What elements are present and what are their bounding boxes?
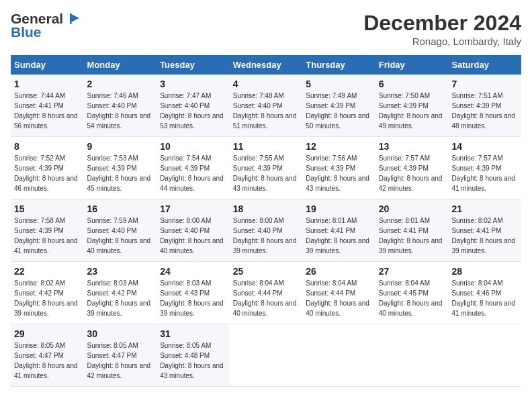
calendar-cell: 31 Sunrise: 8:05 AMSunset: 4:48 PMDaylig… bbox=[157, 324, 230, 387]
day-detail: Sunrise: 7:53 AMSunset: 4:39 PMDaylight:… bbox=[87, 154, 151, 192]
day-detail: Sunrise: 8:04 AMSunset: 4:44 PMDaylight:… bbox=[306, 279, 369, 317]
day-detail: Sunrise: 7:55 AMSunset: 4:39 PMDaylight:… bbox=[233, 154, 297, 192]
day-number: 4 bbox=[233, 79, 300, 89]
day-detail: Sunrise: 8:05 AMSunset: 4:48 PMDaylight:… bbox=[160, 342, 224, 379]
day-number: 25 bbox=[233, 266, 300, 277]
calendar-cell: 4 Sunrise: 7:48 AMSunset: 4:40 PMDayligh… bbox=[230, 75, 303, 137]
col-thursday: Thursday bbox=[302, 55, 375, 75]
day-detail: Sunrise: 8:04 AMSunset: 4:44 PMDaylight:… bbox=[233, 279, 297, 317]
day-number: 19 bbox=[306, 203, 372, 214]
calendar-cell: 22 Sunrise: 8:02 AMSunset: 4:42 PMDaylig… bbox=[11, 262, 84, 324]
day-detail: Sunrise: 7:56 AMSunset: 4:39 PMDaylight:… bbox=[306, 154, 369, 192]
day-number: 16 bbox=[87, 203, 154, 214]
svg-marker-0 bbox=[71, 14, 79, 22]
day-detail: Sunrise: 7:46 AMSunset: 4:40 PMDaylight:… bbox=[87, 92, 151, 130]
day-number: 10 bbox=[160, 141, 226, 152]
calendar-row: 29 Sunrise: 8:05 AMSunset: 4:47 PMDaylig… bbox=[11, 324, 521, 387]
calendar-cell: 23 Sunrise: 8:03 AMSunset: 4:42 PMDaylig… bbox=[84, 262, 157, 324]
calendar-cell: 8 Sunrise: 7:52 AMSunset: 4:39 PMDayligh… bbox=[11, 137, 84, 199]
day-number: 20 bbox=[379, 203, 445, 214]
month-title: December 2024 bbox=[363, 11, 521, 36]
calendar-cell: 26 Sunrise: 8:04 AMSunset: 4:44 PMDaylig… bbox=[302, 262, 375, 324]
calendar-cell: 21 Sunrise: 8:02 AMSunset: 4:41 PMDaylig… bbox=[448, 199, 521, 262]
calendar-cell: 3 Sunrise: 7:47 AMSunset: 4:40 PMDayligh… bbox=[157, 75, 230, 137]
col-monday: Monday bbox=[84, 55, 157, 75]
col-wednesday: Wednesday bbox=[230, 55, 303, 75]
calendar-cell bbox=[448, 324, 521, 387]
day-detail: Sunrise: 8:03 AMSunset: 4:43 PMDaylight:… bbox=[160, 279, 224, 317]
calendar-cell: 27 Sunrise: 8:04 AMSunset: 4:45 PMDaylig… bbox=[375, 262, 449, 324]
day-detail: Sunrise: 7:44 AMSunset: 4:41 PMDaylight:… bbox=[14, 92, 78, 130]
calendar-table: Sunday Monday Tuesday Wednesday Thursday… bbox=[11, 55, 521, 387]
day-detail: Sunrise: 8:01 AMSunset: 4:41 PMDaylight:… bbox=[379, 217, 443, 255]
day-detail: Sunrise: 7:50 AMSunset: 4:39 PMDaylight:… bbox=[379, 92, 443, 130]
calendar-cell: 30 Sunrise: 8:05 AMSunset: 4:47 PMDaylig… bbox=[84, 324, 157, 387]
day-detail: Sunrise: 8:00 AMSunset: 4:40 PMDaylight:… bbox=[233, 217, 297, 255]
day-detail: Sunrise: 7:48 AMSunset: 4:40 PMDaylight:… bbox=[233, 92, 297, 130]
calendar-cell: 24 Sunrise: 8:03 AMSunset: 4:43 PMDaylig… bbox=[157, 262, 230, 324]
calendar-cell: 25 Sunrise: 8:04 AMSunset: 4:44 PMDaylig… bbox=[230, 262, 303, 324]
calendar-cell: 6 Sunrise: 7:50 AMSunset: 4:39 PMDayligh… bbox=[375, 75, 449, 137]
day-number: 18 bbox=[233, 203, 300, 214]
day-detail: Sunrise: 8:00 AMSunset: 4:40 PMDaylight:… bbox=[160, 217, 224, 255]
calendar-row: 15 Sunrise: 7:58 AMSunset: 4:39 PMDaylig… bbox=[11, 199, 521, 262]
calendar-cell: 19 Sunrise: 8:01 AMSunset: 4:41 PMDaylig… bbox=[302, 199, 375, 262]
day-number: 21 bbox=[451, 203, 518, 214]
day-number: 31 bbox=[160, 328, 226, 339]
day-number: 11 bbox=[233, 141, 300, 152]
calendar-cell: 20 Sunrise: 8:01 AMSunset: 4:41 PMDaylig… bbox=[375, 199, 449, 262]
day-detail: Sunrise: 8:02 AMSunset: 4:41 PMDaylight:… bbox=[451, 217, 515, 255]
calendar-cell bbox=[375, 324, 449, 387]
day-detail: Sunrise: 7:57 AMSunset: 4:39 PMDaylight:… bbox=[451, 154, 515, 192]
title-block: December 2024 Ronago, Lombardy, Italy bbox=[363, 11, 521, 47]
logo: General Blue bbox=[11, 11, 79, 40]
day-number: 9 bbox=[87, 141, 154, 152]
day-detail: Sunrise: 7:51 AMSunset: 4:39 PMDaylight:… bbox=[451, 92, 515, 130]
calendar-row: 22 Sunrise: 8:02 AMSunset: 4:42 PMDaylig… bbox=[11, 262, 521, 324]
calendar-cell bbox=[230, 324, 303, 387]
day-number: 23 bbox=[87, 266, 154, 277]
day-number: 6 bbox=[379, 79, 445, 89]
day-detail: Sunrise: 8:02 AMSunset: 4:42 PMDaylight:… bbox=[14, 279, 78, 317]
day-detail: Sunrise: 7:47 AMSunset: 4:40 PMDaylight:… bbox=[160, 92, 224, 130]
day-number: 30 bbox=[87, 328, 154, 339]
calendar-cell: 17 Sunrise: 8:00 AMSunset: 4:40 PMDaylig… bbox=[157, 199, 230, 262]
day-detail: Sunrise: 7:59 AMSunset: 4:40 PMDaylight:… bbox=[87, 217, 151, 255]
logo-flag-icon bbox=[64, 13, 79, 25]
day-number: 13 bbox=[379, 141, 445, 152]
day-number: 29 bbox=[14, 328, 81, 339]
calendar-cell: 28 Sunrise: 8:04 AMSunset: 4:46 PMDaylig… bbox=[448, 262, 521, 324]
calendar-cell: 12 Sunrise: 7:56 AMSunset: 4:39 PMDaylig… bbox=[302, 137, 375, 199]
calendar-cell: 14 Sunrise: 7:57 AMSunset: 4:39 PMDaylig… bbox=[448, 137, 521, 199]
col-sunday: Sunday bbox=[11, 55, 84, 75]
day-detail: Sunrise: 7:52 AMSunset: 4:39 PMDaylight:… bbox=[14, 154, 78, 192]
calendar-cell: 2 Sunrise: 7:46 AMSunset: 4:40 PMDayligh… bbox=[84, 75, 157, 137]
col-saturday: Saturday bbox=[448, 55, 521, 75]
day-number: 12 bbox=[306, 141, 372, 152]
day-number: 3 bbox=[160, 79, 226, 89]
calendar-cell: 16 Sunrise: 7:59 AMSunset: 4:40 PMDaylig… bbox=[84, 199, 157, 262]
day-detail: Sunrise: 7:54 AMSunset: 4:39 PMDaylight:… bbox=[160, 154, 224, 192]
calendar-cell: 13 Sunrise: 7:57 AMSunset: 4:39 PMDaylig… bbox=[375, 137, 449, 199]
day-detail: Sunrise: 7:57 AMSunset: 4:39 PMDaylight:… bbox=[379, 154, 443, 192]
calendar-cell bbox=[302, 324, 375, 387]
day-detail: Sunrise: 8:05 AMSunset: 4:47 PMDaylight:… bbox=[87, 342, 151, 379]
calendar-cell: 7 Sunrise: 7:51 AMSunset: 4:39 PMDayligh… bbox=[448, 75, 521, 137]
calendar-cell: 18 Sunrise: 8:00 AMSunset: 4:40 PMDaylig… bbox=[230, 199, 303, 262]
day-number: 5 bbox=[306, 79, 372, 89]
col-tuesday: Tuesday bbox=[157, 55, 230, 75]
day-number: 7 bbox=[451, 79, 518, 89]
header-row: Sunday Monday Tuesday Wednesday Thursday… bbox=[11, 55, 521, 75]
day-detail: Sunrise: 8:05 AMSunset: 4:47 PMDaylight:… bbox=[14, 342, 78, 379]
day-number: 1 bbox=[14, 79, 81, 89]
calendar-cell: 9 Sunrise: 7:53 AMSunset: 4:39 PMDayligh… bbox=[84, 137, 157, 199]
day-number: 17 bbox=[160, 203, 226, 214]
day-number: 28 bbox=[451, 266, 518, 277]
day-detail: Sunrise: 8:01 AMSunset: 4:41 PMDaylight:… bbox=[306, 217, 369, 255]
calendar-cell: 29 Sunrise: 8:05 AMSunset: 4:47 PMDaylig… bbox=[11, 324, 84, 387]
page-header: General Blue December 2024 Ronago, Lomba… bbox=[11, 11, 521, 47]
day-number: 27 bbox=[379, 266, 445, 277]
day-number: 2 bbox=[87, 79, 154, 89]
day-number: 22 bbox=[14, 266, 81, 277]
calendar-cell: 10 Sunrise: 7:54 AMSunset: 4:39 PMDaylig… bbox=[157, 137, 230, 199]
